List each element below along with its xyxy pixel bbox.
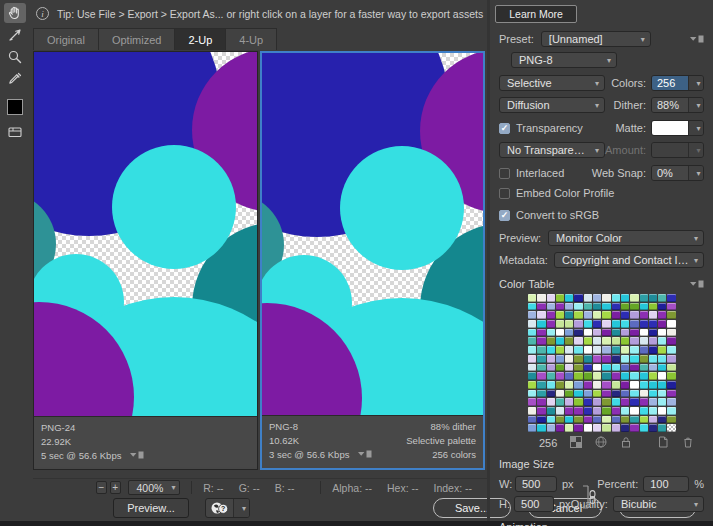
color-swatch[interactable]	[565, 398, 573, 406]
color-swatch[interactable]	[556, 294, 564, 302]
color-swatch[interactable]	[649, 407, 657, 415]
color-swatch[interactable]	[584, 294, 592, 302]
color-swatch[interactable]	[658, 346, 666, 354]
color-swatch[interactable]	[621, 311, 629, 319]
color-swatch[interactable]	[537, 329, 545, 337]
color-swatch[interactable]	[574, 303, 582, 311]
color-swatch[interactable]	[584, 416, 592, 424]
color-swatch[interactable]	[630, 390, 638, 398]
color-swatch[interactable]	[547, 416, 555, 424]
color-swatch[interactable]	[584, 329, 592, 337]
color-swatch[interactable]	[602, 364, 610, 372]
panel-menu-icon[interactable]	[130, 449, 144, 463]
color-swatch[interactable]	[602, 398, 610, 406]
color-swatch[interactable]	[584, 407, 592, 415]
color-swatch[interactable]	[556, 364, 564, 372]
color-swatch[interactable]	[630, 303, 638, 311]
color-swatch[interactable]	[565, 372, 573, 380]
color-swatch[interactable]	[602, 390, 610, 398]
color-swatch[interactable]	[565, 320, 573, 328]
color-swatch[interactable]	[537, 372, 545, 380]
color-swatch[interactable]	[640, 381, 648, 389]
color-swatch[interactable]	[528, 390, 536, 398]
dither-method-select[interactable]: Diffusion▾	[499, 97, 605, 113]
color-swatch[interactable]	[547, 311, 555, 319]
color-swatch[interactable]	[565, 364, 573, 372]
color-swatch[interactable]	[602, 407, 610, 415]
color-swatch[interactable]	[574, 329, 582, 337]
color-swatch[interactable]	[565, 355, 573, 363]
color-swatch[interactable]	[602, 372, 610, 380]
quality-select[interactable]: Bicubic▾	[613, 496, 704, 512]
panel-menu-icon[interactable]	[358, 448, 372, 462]
color-swatch[interactable]	[602, 311, 610, 319]
color-swatch[interactable]	[667, 372, 675, 380]
color-swatch[interactable]	[667, 346, 675, 354]
metadata-select[interactable]: Copyright and Contact Info▾	[554, 252, 704, 268]
color-swatch[interactable]	[537, 346, 545, 354]
color-swatch[interactable]	[528, 372, 536, 380]
transparency-checkbox[interactable]: ✓	[499, 123, 510, 134]
transparency-dither-select[interactable]: No Transparency Dit...▾	[499, 142, 605, 158]
width-field[interactable]: 500	[515, 476, 557, 492]
color-swatch[interactable]	[640, 398, 648, 406]
color-swatch[interactable]	[584, 390, 592, 398]
color-swatch[interactable]	[649, 294, 657, 302]
matte-color-select[interactable]: ▾	[651, 120, 704, 136]
color-swatch[interactable]	[528, 329, 536, 337]
color-swatch[interactable]	[640, 303, 648, 311]
interlaced-checkbox[interactable]	[499, 168, 510, 179]
color-swatch[interactable]	[574, 398, 582, 406]
color-swatch[interactable]	[640, 372, 648, 380]
color-swatch[interactable]	[556, 372, 564, 380]
color-swatch[interactable]	[621, 381, 629, 389]
color-swatch[interactable]	[667, 407, 675, 415]
color-swatch[interactable]	[621, 346, 629, 354]
color-swatch[interactable]	[574, 416, 582, 424]
color-swatch[interactable]	[547, 372, 555, 380]
color-swatch[interactable]	[537, 294, 545, 302]
color-swatch[interactable]	[602, 355, 610, 363]
color-swatch[interactable]	[565, 381, 573, 389]
color-swatch[interactable]	[528, 294, 536, 302]
color-swatch[interactable]	[556, 407, 564, 415]
color-swatch[interactable]	[528, 346, 536, 354]
color-swatch[interactable]	[574, 337, 582, 345]
color-swatch[interactable]	[649, 416, 657, 424]
color-swatch[interactable]	[537, 416, 545, 424]
color-swatch[interactable]	[574, 424, 582, 432]
color-swatch[interactable]	[640, 407, 648, 415]
percent-field[interactable]: 100	[643, 476, 689, 492]
color-swatch[interactable]	[584, 372, 592, 380]
color-swatch[interactable]	[537, 311, 545, 319]
color-swatch[interactable]	[593, 320, 601, 328]
color-swatch[interactable]	[593, 294, 601, 302]
color-swatch[interactable]	[584, 355, 592, 363]
color-swatch[interactable]	[574, 346, 582, 354]
web-shift-icon[interactable]	[595, 436, 607, 450]
color-swatch[interactable]	[602, 320, 610, 328]
color-swatch[interactable]	[667, 320, 675, 328]
color-swatch[interactable]	[612, 372, 620, 380]
color-swatch[interactable]	[547, 398, 555, 406]
color-swatch[interactable]	[630, 407, 638, 415]
color-swatch[interactable]	[584, 424, 592, 432]
color-swatch[interactable]	[556, 320, 564, 328]
color-swatch[interactable]	[640, 329, 648, 337]
color-swatch[interactable]	[593, 303, 601, 311]
color-swatch[interactable]	[667, 381, 675, 389]
color-swatch[interactable]	[593, 337, 601, 345]
color-swatch[interactable]	[667, 390, 675, 398]
color-swatch[interactable]	[649, 381, 657, 389]
color-swatch[interactable]	[528, 355, 536, 363]
color-swatch[interactable]	[621, 424, 629, 432]
color-swatch[interactable]	[658, 372, 666, 380]
preview-pane-original[interactable]: PNG-24 22.92K 5 sec @ 56.6 Kbps	[33, 51, 258, 470]
color-swatch[interactable]	[630, 346, 638, 354]
color-swatch[interactable]	[602, 424, 610, 432]
color-swatch[interactable]	[593, 364, 601, 372]
color-swatch[interactable]	[556, 329, 564, 337]
color-swatch[interactable]	[537, 398, 545, 406]
slice-select-tool[interactable]	[4, 25, 26, 45]
color-swatch[interactable]	[621, 416, 629, 424]
